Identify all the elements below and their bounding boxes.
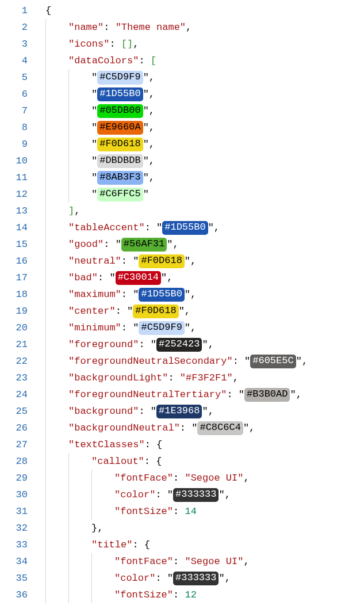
line-number: 33 (0, 536, 28, 553)
token-punc: " (243, 422, 249, 433)
token-key: "maximum" (68, 289, 121, 300)
token-punc: " (167, 573, 173, 584)
token-key: "backgroundNeutral" (68, 422, 180, 433)
code-line: "fontSize": 14 (37, 503, 364, 520)
token-punc: , (190, 256, 196, 266)
color-swatch: #C5D9F9 (139, 321, 184, 335)
code-line: "good": "#56AF31", (37, 236, 364, 253)
token-punc: " (179, 306, 185, 317)
token-punc: " (143, 139, 149, 150)
code-editor: 1234567891011121314151617181920212223242… (0, 0, 364, 603)
line-number: 22 (0, 353, 28, 370)
token-punc: " (91, 72, 97, 83)
color-swatch: #C30014 (116, 271, 161, 285)
code-line: "center": "#F0D618", (37, 303, 364, 319)
token-punc: , (149, 139, 155, 150)
color-swatch: #8AB3F3 (97, 171, 143, 185)
line-number: 18 (0, 286, 28, 303)
color-swatch: #1E3968 (156, 405, 202, 418)
token-key: "center" (68, 306, 116, 317)
token-punc: , (225, 489, 231, 500)
color-swatch: #C6FFC5 (97, 188, 143, 201)
token-punc: , (190, 289, 196, 300)
token-punc: " (143, 72, 149, 83)
token-punc: , (208, 406, 214, 417)
token-punc: , (233, 372, 239, 383)
code-line: "#05DB00", (37, 102, 364, 119)
token-key: "foregroundNeutralTertiary" (68, 389, 227, 400)
line-number: 25 (0, 403, 28, 420)
token-punc: " (239, 389, 244, 400)
line-number: 21 (0, 336, 28, 353)
token-punc: : (121, 256, 133, 266)
code-line: "color": "#333333", (37, 486, 364, 503)
code-line: "textClasses": { (37, 436, 364, 453)
token-punc: : (173, 473, 185, 483)
token-punc: , (302, 356, 308, 367)
token-punc: " (133, 322, 139, 333)
line-number: 20 (0, 319, 28, 336)
token-key: "fontSize" (114, 589, 173, 600)
code-line: "tableAccent": "#1D55B0", (37, 219, 364, 236)
color-swatch: #56AF31 (121, 238, 167, 252)
token-punc: , (149, 172, 155, 183)
line-number: 29 (0, 470, 28, 486)
code-line: "#E9660A", (37, 119, 364, 136)
code-line: "backgroundLight": "#F3F2F1", (37, 370, 364, 386)
code-line: "color": "#333333", (37, 570, 364, 587)
token-punc: " (167, 489, 173, 500)
token-punc: , (243, 473, 249, 483)
token-punc: , (149, 89, 155, 100)
token-punc: : (145, 439, 156, 450)
token-punc: " (143, 122, 149, 133)
code-line: "#1D55B0", (37, 86, 364, 102)
token-punc: " (91, 122, 97, 133)
token-punc: , (173, 239, 178, 250)
token-key: "neutral" (68, 256, 121, 266)
token-punc: " (296, 356, 302, 367)
token-key: "title" (91, 539, 132, 550)
token-brace: { (156, 439, 162, 450)
token-punc: " (143, 172, 149, 183)
token-bracket: [] (121, 39, 133, 50)
token-key: "fontFace" (114, 473, 173, 483)
token-punc: : (121, 289, 133, 300)
line-number: 36 (0, 587, 28, 603)
token-key: "icons" (68, 39, 109, 50)
token-num: 12 (185, 589, 196, 600)
code-line: "maximum": "#1D55B0", (37, 286, 364, 303)
token-punc: , (149, 105, 155, 116)
token-key: "good" (68, 239, 104, 250)
color-swatch: #C8C6C4 (197, 421, 243, 435)
token-punc: " (127, 306, 133, 317)
token-punc: " (143, 89, 149, 100)
token-punc: : (139, 55, 150, 66)
token-str: "Segoe UI" (185, 556, 243, 567)
token-punc: : (180, 422, 191, 433)
token-punc: : (132, 539, 144, 550)
line-number: 6 (0, 86, 28, 102)
line-number: 31 (0, 503, 28, 520)
token-punc: " (151, 339, 156, 350)
line-number: 13 (0, 203, 28, 219)
token-punc: , (186, 22, 191, 33)
token-punc: : (104, 239, 115, 250)
token-punc: " (191, 422, 197, 433)
token-key: "callout" (91, 456, 144, 467)
line-number: 28 (0, 453, 28, 470)
line-number: 1 (0, 2, 28, 19)
line-number: 4 (0, 52, 28, 69)
color-swatch: #E9660A (97, 121, 143, 135)
code-content[interactable]: {"name": "Theme name","icons": [],"dataC… (37, 2, 364, 603)
color-swatch: #1D55B0 (97, 87, 143, 101)
token-punc: , (149, 72, 155, 83)
token-punc: , (190, 322, 196, 333)
token-brace: } (91, 523, 97, 534)
token-punc: : (173, 589, 185, 600)
token-punc: " (143, 105, 149, 116)
color-swatch: #1D55B0 (162, 221, 208, 235)
token-punc: , (208, 339, 214, 350)
line-number-gutter: 1234567891011121314151617181920212223242… (0, 2, 37, 603)
code-line: "bad": "#C30014", (37, 269, 364, 286)
line-number: 7 (0, 102, 28, 119)
